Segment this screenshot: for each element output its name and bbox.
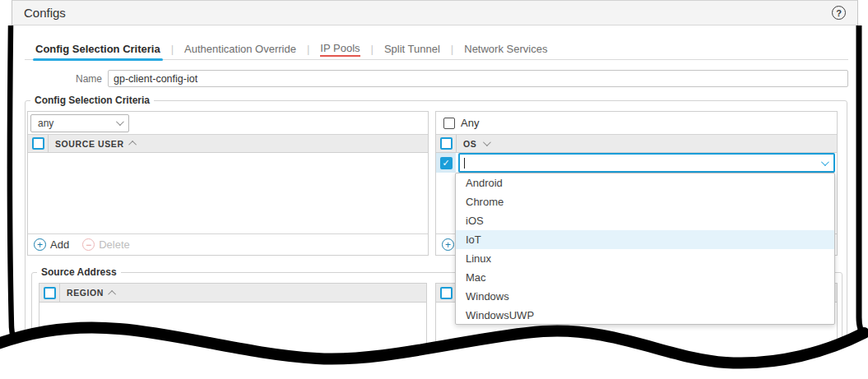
tab-bar: Config Selection Criteria | Authenticati… bbox=[25, 39, 848, 60]
region-select-all-checkbox[interactable] bbox=[44, 287, 56, 299]
delete-button[interactable]: − Delete bbox=[82, 238, 130, 251]
os-any-checkbox[interactable] bbox=[443, 118, 455, 129]
source-user-table-body bbox=[28, 153, 428, 233]
region-table: REGION bbox=[39, 283, 427, 366]
screen: Configs ? Config Selection Criteria | Au… bbox=[0, 0, 868, 379]
dropdown-option-windowsuwp[interactable]: WindowsUWP bbox=[456, 306, 834, 325]
dialog-header: Configs ? bbox=[12, 1, 857, 25]
os-dropdown-list: Android Chrome iOS IoT Linux Mac Windows… bbox=[455, 173, 835, 325]
dropdown-option-mac[interactable]: Mac bbox=[456, 268, 834, 287]
tab-separator: | bbox=[451, 43, 453, 55]
delete-icon: − bbox=[82, 238, 95, 251]
tab-network-services[interactable]: Network Services bbox=[462, 39, 550, 60]
source-user-table-header: SOURCE USER bbox=[28, 134, 428, 153]
tab-ip-pools[interactable]: IP Pools bbox=[318, 39, 362, 60]
name-label: Name bbox=[25, 73, 102, 85]
dropdown-option-windows[interactable]: Windows bbox=[456, 287, 834, 306]
tab-separator: | bbox=[171, 43, 174, 55]
dropdown-option-android[interactable]: Android bbox=[456, 173, 834, 192]
os-table-header: OS bbox=[436, 134, 837, 153]
os-entry-row: ✓ bbox=[436, 153, 837, 173]
tab-authentication-override[interactable]: Authentication Override bbox=[182, 39, 299, 60]
add-icon: + bbox=[34, 238, 46, 251]
region-column-header[interactable]: REGION bbox=[60, 284, 116, 302]
chevron-down-icon bbox=[116, 118, 124, 126]
os-any-row: Any bbox=[436, 112, 837, 134]
source-user-select-all-checkbox[interactable] bbox=[32, 137, 44, 150]
tab-separator: | bbox=[307, 43, 309, 55]
source-user-filter-row: any bbox=[28, 112, 428, 134]
configs-dialog: Configs ? Config Selection Criteria | Au… bbox=[12, 0, 858, 366]
chevron-down-icon bbox=[821, 158, 829, 166]
dropdown-option-linux[interactable]: Linux bbox=[456, 249, 834, 268]
name-row: Name bbox=[25, 70, 848, 87]
region-table-header: REGION bbox=[39, 284, 426, 303]
dropdown-option-ios[interactable]: iOS bbox=[456, 211, 834, 230]
select-all-checkbox[interactable] bbox=[440, 287, 453, 299]
add-button[interactable]: + Add bbox=[34, 238, 69, 251]
os-select-all-checkbox[interactable] bbox=[440, 137, 453, 150]
dropdown-option-iot[interactable]: IoT bbox=[456, 230, 834, 249]
dropdown-option-chrome[interactable]: Chrome bbox=[456, 192, 834, 211]
dialog-title: Configs bbox=[24, 6, 66, 20]
sort-asc-icon bbox=[108, 289, 116, 298]
add-icon: + bbox=[442, 238, 454, 251]
os-any-label: Any bbox=[461, 117, 479, 129]
sort-desc-icon bbox=[483, 138, 491, 146]
source-user-table-footer: + Add − Delete bbox=[28, 233, 428, 255]
group-legend: Source Address bbox=[37, 266, 121, 278]
os-column-header[interactable]: OS bbox=[457, 135, 489, 152]
source-user-panel: any SOURCE USER + bbox=[27, 111, 429, 256]
source-user-filter-select[interactable]: any bbox=[30, 114, 129, 132]
help-icon[interactable]: ? bbox=[832, 6, 846, 20]
text-cursor bbox=[464, 158, 465, 169]
region-table-body bbox=[39, 303, 426, 366]
group-legend: Config Selection Criteria bbox=[30, 95, 154, 106]
sort-asc-icon bbox=[128, 141, 137, 149]
tab-config-selection-criteria[interactable]: Config Selection Criteria bbox=[33, 39, 163, 60]
tab-split-tunnel[interactable]: Split Tunnel bbox=[382, 39, 443, 60]
tab-separator: | bbox=[371, 43, 374, 55]
name-input[interactable] bbox=[108, 70, 848, 87]
os-combobox[interactable] bbox=[458, 153, 835, 173]
os-row-checkbox[interactable]: ✓ bbox=[440, 157, 453, 169]
source-user-column-header[interactable]: SOURCE USER bbox=[49, 135, 137, 152]
